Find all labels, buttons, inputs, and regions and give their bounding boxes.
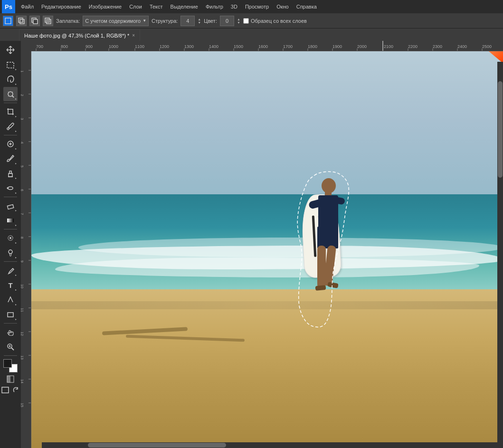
color-swatches[interactable] (3, 359, 18, 372)
svg-text:2200: 2200 (408, 44, 418, 49)
tool-path-select[interactable]: ▸ (3, 293, 18, 307)
svg-rect-19 (8, 313, 13, 317)
svg-rect-8 (7, 62, 14, 68)
svg-text:1800: 1800 (308, 44, 317, 49)
structure-down[interactable]: ▼ (198, 21, 201, 24)
svg-rect-1 (19, 18, 23, 22)
patch-add-btn[interactable] (16, 16, 27, 26)
svg-text:900: 900 (85, 44, 93, 49)
tool-healing[interactable]: ▸ (3, 137, 18, 151)
svg-rect-0 (5, 18, 11, 24)
svg-text:2500: 2500 (482, 44, 492, 49)
svg-text:1900: 1900 (332, 44, 342, 49)
scrollbar-h-thumb[interactable] (88, 443, 226, 448)
svg-rect-13 (9, 171, 11, 173)
tool-select-rect[interactable]: ▸ (3, 57, 18, 72)
svg-text:1600: 1600 (258, 44, 268, 49)
svg-text:1: 1 (21, 70, 24, 73)
svg-rect-15 (7, 219, 14, 222)
sample-all-checkbox-area: Образец со всех слоев (243, 18, 307, 24)
svg-rect-12 (9, 173, 12, 177)
tool-gradient[interactable]: ▸ (3, 213, 18, 228)
svg-text:11: 11 (21, 308, 24, 312)
tool-eraser[interactable]: ▸ (3, 199, 18, 213)
patch-intersect-btn[interactable] (43, 16, 53, 26)
menu-text[interactable]: Текст (146, 2, 167, 11)
patch-dropdown-arrow: ▼ (142, 19, 146, 23)
svg-text:2300: 2300 (433, 44, 442, 49)
menu-layers[interactable]: Слои (125, 2, 146, 11)
document-tab[interactable]: Наше фото.jpg @ 47,3% (Слой 1, RGB/8*) *… (19, 29, 140, 41)
menu-select[interactable]: Выделение (167, 2, 202, 11)
svg-text:6: 6 (21, 189, 24, 191)
color-value[interactable]: 0 (220, 16, 234, 26)
image-canvas[interactable]: @keyframes dashAnim { from { stroke-dash… (31, 51, 503, 448)
structure-label: Структура: (152, 18, 178, 24)
tool-eyedropper[interactable]: ▸ (3, 119, 18, 133)
tool-lasso[interactable]: ▸ (3, 72, 18, 86)
menu-help[interactable]: Справка (293, 2, 321, 11)
menu-3d[interactable]: 3D (227, 2, 241, 11)
menu-view[interactable]: Просмотр (241, 2, 273, 11)
svg-text:14: 14 (21, 379, 24, 383)
tool-brush[interactable]: ▸ (3, 152, 18, 166)
quick-mask-btn[interactable] (6, 375, 15, 384)
scrollbar-v-thumb[interactable] (498, 81, 503, 178)
tabbar: Наше фото.jpg @ 47,3% (Слой 1, RGB/8*) *… (0, 29, 503, 41)
sand-area (31, 289, 503, 448)
svg-rect-14 (7, 205, 13, 210)
svg-text:9: 9 (21, 260, 24, 263)
scrollbar-horizontal[interactable] (42, 442, 503, 448)
menu-window[interactable]: Окно (273, 2, 293, 11)
tool-stamp[interactable]: ▸ (3, 166, 18, 181)
svg-text:8: 8 (21, 237, 24, 239)
structure-up[interactable]: ▲ (198, 18, 201, 21)
optionsbar: Заплатка: С учетом содержимого ▼ Структу… (0, 13, 503, 29)
patch-subtract-btn[interactable] (29, 16, 40, 26)
svg-text:10: 10 (21, 284, 24, 288)
menu-image[interactable]: Изображение (85, 2, 125, 11)
tool-zoom[interactable] (3, 340, 18, 354)
patch-new-btn[interactable] (3, 16, 13, 26)
tool-shape[interactable]: ▸ (3, 307, 18, 322)
tool-crop[interactable]: ▸ (3, 105, 18, 119)
tool-dodge[interactable]: ▸ (3, 246, 18, 260)
patch-mode-dropdown[interactable]: С учетом содержимого ▼ (83, 16, 149, 26)
svg-text:1500: 1500 (234, 44, 243, 49)
svg-text:2400: 2400 (457, 44, 467, 49)
svg-text:2000: 2000 (357, 44, 367, 49)
svg-text:7: 7 (21, 213, 24, 215)
sample-all-checkbox[interactable] (243, 18, 249, 24)
svg-text:1200: 1200 (160, 44, 169, 49)
svg-text:3: 3 (21, 118, 24, 120)
svg-text:1000: 1000 (109, 44, 118, 49)
tab-close-btn[interactable]: × (132, 33, 135, 38)
workspace: ▸ ▸ ▸ ▸ ▸ ▸ ▸ (0, 41, 503, 448)
menu-filter[interactable]: Фильтр (202, 2, 227, 11)
svg-text:1100: 1100 (135, 44, 144, 49)
svg-text:2: 2 (21, 94, 24, 96)
scrollbar-vertical[interactable] (497, 62, 503, 448)
screen-mode-btn[interactable] (1, 386, 9, 395)
foreground-color-swatch[interactable] (3, 359, 12, 368)
menu-edit[interactable]: Редактирование (38, 2, 85, 11)
svg-text:700: 700 (36, 44, 43, 49)
tool-blur[interactable]: ▸ (3, 231, 18, 245)
tool-quick-select[interactable]: ▸ (3, 87, 18, 101)
svg-text:1300: 1300 (184, 44, 194, 49)
color-up[interactable]: ▲ (237, 18, 240, 21)
rotate-btn[interactable] (11, 386, 20, 395)
svg-rect-23 (2, 387, 9, 393)
structure-value[interactable]: 4 (180, 16, 195, 26)
tool-text[interactable]: T ▸ (3, 278, 18, 292)
ruler-left: 1 2 3 4 5 6 7 8 9 10 11 12 13 14 15 (21, 51, 31, 448)
color-down[interactable]: ▼ (237, 21, 240, 24)
surfer (314, 178, 343, 311)
tool-move[interactable] (3, 43, 18, 57)
tool-pen[interactable]: ▸ (3, 263, 18, 277)
tool-hand[interactable] (3, 325, 18, 339)
svg-text:15: 15 (21, 403, 24, 407)
tool-history-brush[interactable]: ▸ (3, 181, 18, 195)
menu-file[interactable]: Файл (17, 2, 38, 11)
svg-point-18 (9, 250, 12, 254)
